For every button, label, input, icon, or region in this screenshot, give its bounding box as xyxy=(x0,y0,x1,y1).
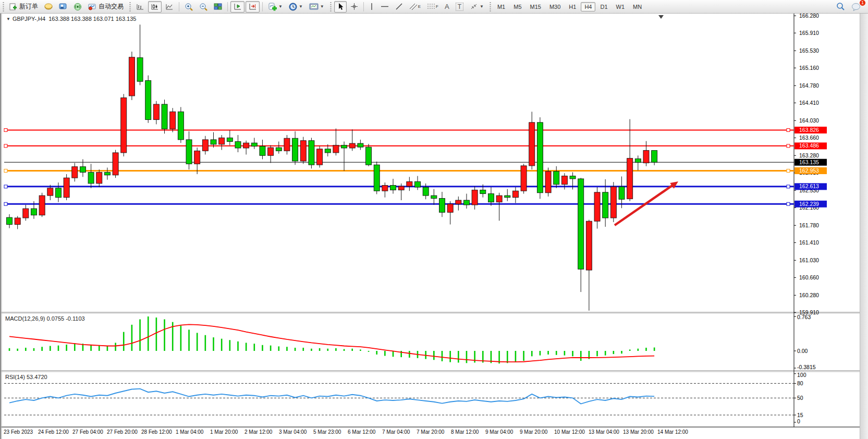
time-axis-label: 5 Mar 23:00 xyxy=(313,429,341,435)
price-axis[interactable]: 166.280165.910165.530165.160164.780164.4… xyxy=(794,14,827,315)
periods-button[interactable]: ▼ xyxy=(286,1,305,13)
bar-chart-icon xyxy=(136,3,144,10)
indicators-button[interactable]: ▼ xyxy=(265,1,285,13)
candle-body xyxy=(186,140,192,164)
candle-body xyxy=(390,185,396,190)
candle-body xyxy=(603,192,608,218)
hline-handle[interactable] xyxy=(787,202,790,205)
candle-body xyxy=(88,172,94,183)
label-tool-button[interactable]: T xyxy=(453,1,466,13)
rsi-pane[interactable]: 1008050150 xyxy=(4,372,806,424)
tab-m1[interactable]: M1 xyxy=(494,2,509,11)
candlestick-button[interactable] xyxy=(148,1,162,13)
hline-handle[interactable] xyxy=(4,202,7,205)
chart-shift-marker[interactable] xyxy=(658,15,664,19)
vline-tool-button[interactable] xyxy=(366,1,377,13)
fibonacci-tool-button[interactable]: F xyxy=(424,1,441,13)
candle-body xyxy=(341,145,347,148)
text-tool-button[interactable]: A xyxy=(442,1,452,13)
tab-h1[interactable]: H1 xyxy=(565,2,580,11)
line-chart-button[interactable] xyxy=(163,1,176,13)
price-tick-label: 161.410 xyxy=(799,239,819,246)
price-tick-label: 163.280 xyxy=(799,152,819,158)
price-tick-label: 160.280 xyxy=(799,292,819,298)
cursor-button[interactable] xyxy=(334,1,347,13)
channel-tool-button[interactable]: E xyxy=(407,1,423,13)
chart-canvas[interactable]: 166.280165.910165.530165.160164.780164.4… xyxy=(1,14,868,439)
toolbar-separator xyxy=(262,2,263,11)
chart-shift-button[interactable] xyxy=(246,1,260,13)
tab-d1[interactable]: D1 xyxy=(596,2,611,11)
bar-chart-button[interactable] xyxy=(133,1,147,13)
hline-handle[interactable] xyxy=(4,185,7,188)
window-edge-strip xyxy=(860,14,868,439)
time-axis-label: 2 Mar 12:00 xyxy=(244,429,273,435)
candle-body xyxy=(349,143,355,148)
autoscroll-button[interactable] xyxy=(230,1,244,13)
time-axis[interactable]: 23 Feb 202324 Feb 12:0027 Feb 04:0027 Fe… xyxy=(4,429,688,435)
candle-body xyxy=(178,112,184,140)
hline-handle[interactable] xyxy=(787,144,790,148)
arrows-tool-button[interactable]: ▼ xyxy=(467,1,486,13)
hline-handle[interactable] xyxy=(787,169,790,172)
price-tick-label: 164.410 xyxy=(799,100,819,106)
zoom-in-button[interactable] xyxy=(182,1,195,13)
hline-handle[interactable] xyxy=(4,128,7,131)
notification-badge: 1 xyxy=(859,0,866,6)
time-axis-label: 24 Feb 12:00 xyxy=(38,429,69,435)
candle-body xyxy=(456,200,461,204)
candle-body xyxy=(64,178,69,198)
candle-body xyxy=(47,188,53,196)
hline-handle[interactable] xyxy=(4,169,7,172)
signal-button[interactable] xyxy=(71,1,84,13)
price-tag-label: 162.613 xyxy=(799,183,819,189)
toolbar-grip[interactable] xyxy=(2,2,5,11)
chevron-down-icon: ▼ xyxy=(299,4,303,9)
candle-body xyxy=(55,188,61,198)
tab-m30[interactable]: M30 xyxy=(546,2,564,11)
hline-icon xyxy=(381,3,389,10)
crosshair-button[interactable] xyxy=(348,1,361,13)
toolbar-grip[interactable] xyxy=(129,2,131,11)
tile-windows-button[interactable] xyxy=(211,1,225,13)
channel-icon xyxy=(409,3,418,10)
macd-tick-label: 0.763 xyxy=(797,314,811,320)
new-order-button[interactable]: 新订单 xyxy=(7,1,41,13)
coin-button[interactable] xyxy=(42,1,55,13)
tab-w1[interactable]: W1 xyxy=(613,2,629,11)
candle-body xyxy=(300,141,306,161)
toolbar-grip[interactable] xyxy=(489,2,492,11)
candle-body xyxy=(512,191,518,198)
candle-body xyxy=(235,141,241,148)
tab-mn[interactable]: MN xyxy=(629,2,645,11)
trendline-tool-button[interactable] xyxy=(393,1,406,13)
vline-icon xyxy=(369,3,374,10)
chart-window[interactable]: 166.280165.910165.530165.160164.780164.4… xyxy=(0,14,868,439)
tab-m15[interactable]: M15 xyxy=(527,2,545,11)
autotrade-button[interactable]: 自动交易 xyxy=(85,1,126,13)
candle-body xyxy=(113,153,118,175)
hline-handle[interactable] xyxy=(787,128,790,131)
tab-h4[interactable]: H4 xyxy=(581,2,595,11)
tab-m5[interactable]: M5 xyxy=(510,2,525,11)
candle-body xyxy=(472,190,478,205)
macd-pane[interactable]: 0.7630.00-0.3815 xyxy=(9,314,816,370)
search-button[interactable] xyxy=(834,1,848,13)
hline-handle[interactable] xyxy=(787,185,790,188)
time-axis-label: 28 Feb 12:00 xyxy=(141,429,172,435)
collapse-caret-icon[interactable]: ▼ xyxy=(6,17,10,21)
template-button[interactable]: ▼ xyxy=(307,1,327,13)
candle-body xyxy=(96,172,102,183)
chevron-down-icon: ▼ xyxy=(320,4,324,9)
hline-tool-button[interactable] xyxy=(378,1,392,13)
zoom-out-button[interactable] xyxy=(197,1,210,13)
fibonacci-icon xyxy=(427,3,436,10)
time-axis-label: 13 Mar 20:00 xyxy=(623,429,654,435)
toolbar-grip[interactable] xyxy=(329,2,332,11)
chat-button[interactable]: 1 xyxy=(849,1,863,13)
candle-body xyxy=(284,138,290,151)
metaeditor-button[interactable] xyxy=(56,1,70,13)
text-icon: A xyxy=(445,3,449,10)
hline-handle[interactable] xyxy=(4,144,7,148)
candle-body xyxy=(627,158,633,199)
